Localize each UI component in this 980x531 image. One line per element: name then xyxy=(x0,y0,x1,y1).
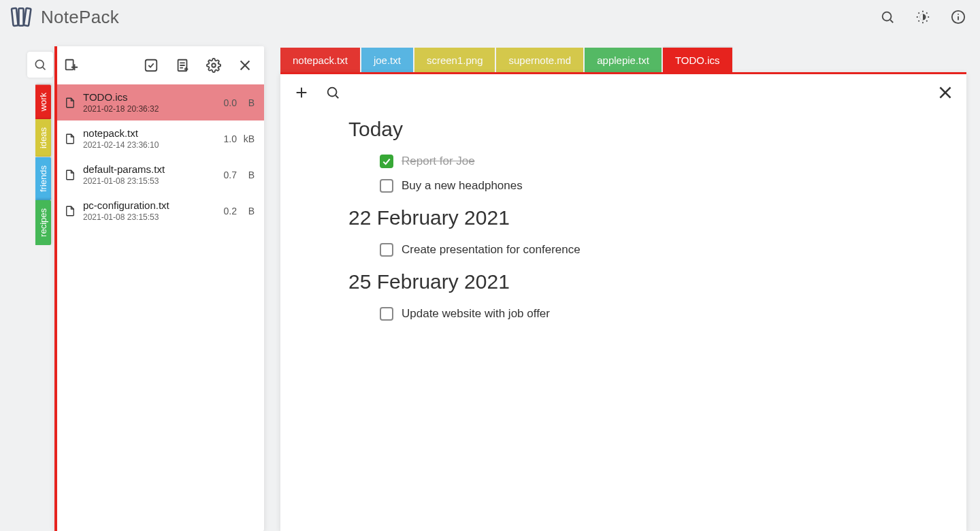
file-tab[interactable]: joe.txt xyxy=(361,48,413,72)
file-icon xyxy=(64,133,76,145)
file-row[interactable]: default-params.txt2021-01-08 23:15:530.7… xyxy=(54,157,264,193)
svg-rect-2 xyxy=(24,8,31,26)
file-icon xyxy=(64,205,76,217)
file-size: 0.7B xyxy=(218,170,255,180)
app-header: NotePack xyxy=(0,0,980,34)
todo-text: Create presentation for conference xyxy=(402,243,581,257)
svg-rect-11 xyxy=(66,60,74,70)
add-item-icon[interactable] xyxy=(293,84,310,101)
file-date: 2021-02-18 20:36:32 xyxy=(83,104,211,114)
svg-rect-14 xyxy=(146,60,157,71)
todo-checkbox[interactable] xyxy=(380,155,393,168)
app-title: NotePack xyxy=(41,7,119,28)
file-tab[interactable]: supernote.md xyxy=(496,48,583,72)
todo-section: TodayReport for JoeBuy a new headphones xyxy=(348,118,966,193)
settings-icon[interactable] xyxy=(206,57,222,74)
category-tab[interactable]: friends xyxy=(35,157,51,200)
file-size: 0.2B xyxy=(218,206,255,216)
todo-item: Update website with job offer xyxy=(380,307,966,321)
todo-item: Buy a new headphones xyxy=(380,179,966,193)
content-panel: notepack.txtjoe.txtscreen1.pngsupernote.… xyxy=(280,46,966,531)
todo-checkbox[interactable] xyxy=(380,179,393,193)
todo-item: Report for Joe xyxy=(380,155,966,168)
todo-text: Report for Joe xyxy=(402,155,475,168)
category-tab[interactable]: recipes xyxy=(35,200,51,245)
new-note-icon[interactable] xyxy=(63,57,79,74)
app-logo-wrap: NotePack xyxy=(10,5,119,29)
file-name: TODO.ics xyxy=(83,91,211,103)
file-date: 2021-02-14 23:36:10 xyxy=(83,140,211,150)
file-meta: TODO.ics2021-02-18 20:36:32 xyxy=(83,91,211,114)
note-list-icon[interactable] xyxy=(174,57,191,74)
todo-section-title: 22 February 2021 xyxy=(348,206,966,229)
svg-point-3 xyxy=(883,12,892,21)
editor-close-icon[interactable] xyxy=(936,84,954,101)
editor-toolbar xyxy=(280,74,966,111)
svg-point-8 xyxy=(958,14,959,15)
file-date: 2021-01-08 23:15:53 xyxy=(83,212,211,222)
search-icon[interactable] xyxy=(879,9,896,25)
file-tab[interactable]: notepack.txt xyxy=(280,48,360,72)
sidebar-toolbar xyxy=(54,46,264,84)
app-logo-icon xyxy=(10,5,33,29)
file-icon xyxy=(64,169,76,181)
info-icon[interactable] xyxy=(950,9,966,25)
todo-section: 22 February 2021Create presentation for … xyxy=(348,206,966,257)
file-name: notepack.txt xyxy=(83,127,211,140)
file-meta: notepack.txt2021-02-14 23:36:10 xyxy=(83,127,211,150)
file-meta: pc-configuration.txt2021-01-08 23:15:53 xyxy=(83,199,211,222)
file-date: 2021-01-08 23:15:53 xyxy=(83,176,211,186)
sidebar-wrap: workideasfriendsrecipes xyxy=(27,46,264,531)
todo-checkbox[interactable] xyxy=(380,307,393,321)
todo-body: TodayReport for JoeBuy a new headphones2… xyxy=(280,111,966,321)
svg-line-27 xyxy=(336,95,338,98)
todo-item: Create presentation for conference xyxy=(380,243,966,257)
file-name: default-params.txt xyxy=(83,163,211,176)
file-row[interactable]: TODO.ics2021-02-18 20:36:320.0B xyxy=(54,84,264,120)
category-tabs: workideasfriendsrecipes xyxy=(35,84,51,244)
file-size: 0.0B xyxy=(218,97,255,108)
svg-rect-0 xyxy=(12,8,18,26)
main-layout: workideasfriendsrecipes xyxy=(0,46,980,531)
todo-section: 25 February 2021Update website with job … xyxy=(348,270,966,321)
file-icon xyxy=(64,97,76,109)
file-row[interactable]: notepack.txt2021-02-14 23:36:101.0kB xyxy=(54,120,264,157)
sidebar-search-button[interactable] xyxy=(27,52,53,78)
file-tab[interactable]: applepie.txt xyxy=(585,48,662,72)
file-size: 1.0kB xyxy=(218,133,255,144)
todo-text: Buy a new headphones xyxy=(402,179,523,193)
file-tab[interactable]: TODO.ics xyxy=(663,48,732,72)
svg-line-10 xyxy=(43,67,46,70)
todo-text: Update website with job offer xyxy=(402,307,550,321)
todo-section-title: Today xyxy=(348,118,966,141)
svg-point-21 xyxy=(212,63,216,67)
tab-strip: notepack.txtjoe.txtscreen1.pngsupernote.… xyxy=(280,46,966,72)
svg-rect-1 xyxy=(18,8,23,26)
header-actions xyxy=(879,9,966,25)
editor-search-icon[interactable] xyxy=(324,84,342,101)
svg-line-4 xyxy=(890,20,893,22)
file-meta: default-params.txt2021-01-08 23:15:53 xyxy=(83,163,211,186)
checklist-icon[interactable] xyxy=(143,57,159,74)
todo-checkbox[interactable] xyxy=(380,243,393,257)
editor: TodayReport for JoeBuy a new headphones2… xyxy=(280,72,966,531)
file-list: TODO.ics2021-02-18 20:36:320.0Bnotepack.… xyxy=(54,84,264,531)
category-tab[interactable]: work xyxy=(35,84,51,119)
sidebar: TODO.ics2021-02-18 20:36:320.0Bnotepack.… xyxy=(54,46,264,531)
svg-point-26 xyxy=(328,88,337,97)
todo-section-title: 25 February 2021 xyxy=(348,270,966,293)
file-tab[interactable]: screen1.png xyxy=(414,48,495,72)
category-tab[interactable]: ideas xyxy=(35,119,51,157)
svg-point-9 xyxy=(35,60,44,68)
file-row[interactable]: pc-configuration.txt2021-01-08 23:15:530… xyxy=(54,193,264,229)
file-name: pc-configuration.txt xyxy=(83,199,211,212)
sidebar-accent xyxy=(54,46,57,531)
theme-toggle-icon[interactable] xyxy=(915,9,931,25)
close-sidebar-icon[interactable] xyxy=(237,57,253,74)
